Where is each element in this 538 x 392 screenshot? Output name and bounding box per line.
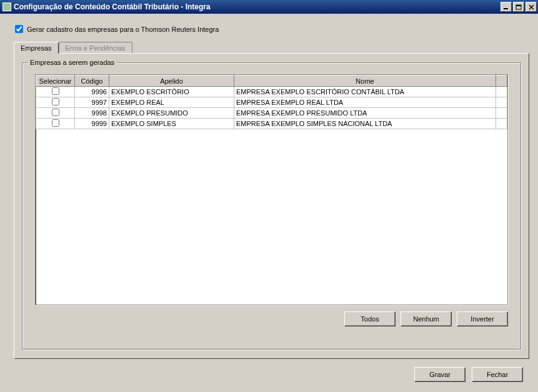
row-nome: EMPRESA EXEMPLO ESCRITÓRIO CONTÁBIL LTDA [234,87,496,97]
svg-rect-0 [504,8,508,9]
col-header-codigo[interactable]: Código [75,76,109,87]
generate-checkbox-row: Gerar cadastro das empresas para o Thoms… [15,25,527,33]
row-select-checkbox[interactable] [52,87,59,95]
table-row[interactable]: 9996EXEMPLO ESCRITÓRIOEMPRESA EXEMPLO ES… [36,87,507,97]
minimize-button[interactable] [501,2,512,12]
window-title: Configuração de Conteúdo Contábil Tribut… [14,2,499,11]
title-bar: Configuração de Conteúdo Contábil Tribut… [0,0,538,14]
groupbox-title: Empresas a serem geradas [27,59,117,66]
row-apelido: EXEMPLO ESCRITÓRIO [109,87,234,97]
svg-rect-2 [516,5,521,6]
row-apelido: EXEMPLO SIMPLES [109,119,234,129]
row-codigo: 9997 [75,97,109,108]
col-header-apelido[interactable]: Apelido [109,76,234,87]
inverter-button[interactable]: Inverter [457,311,508,326]
row-select-checkbox[interactable] [52,98,59,105]
table-row[interactable]: 9997EXEMPLO REALEMPRESA EXEMPLO REAL LTD… [36,97,507,108]
footer-button-row: Gravar Fechar [414,367,523,382]
row-extra [496,108,507,119]
todos-button[interactable]: Todos [344,311,396,326]
row-extra [496,87,507,97]
row-codigo: 9999 [75,119,109,129]
row-select-cell[interactable] [36,108,75,119]
tab-empresas[interactable]: Empresas [14,42,59,54]
selection-button-row: Todos Nenhum Inverter [29,305,514,326]
row-extra [496,97,507,108]
generate-checkbox-label: Gerar cadastro das empresas para o Thoms… [27,26,219,33]
app-icon [2,2,11,11]
generate-checkbox[interactable] [15,25,23,33]
col-header-nome[interactable]: Nome [234,76,496,87]
tab-panel-empresas: Empresas a serem geradas Selecionar Códi… [14,53,529,359]
row-nome: EMPRESA EXEMPLO PRESUMIDO LTDA [234,108,496,119]
groupbox-empresas: Empresas a serem geradas Selecionar Códi… [22,62,521,350]
table-row[interactable]: 9999EXEMPLO SIMPLESEMPRESA EXEMPLO SIMPL… [36,119,507,129]
row-select-cell[interactable] [36,87,75,97]
row-select-cell[interactable] [36,97,75,108]
row-apelido: EXEMPLO PRESUMIDO [109,108,234,119]
nenhum-button[interactable]: Nenhum [401,311,452,326]
maximize-button[interactable] [513,2,524,12]
companies-grid[interactable]: Selecionar Código Apelido Nome 9996EXEMP… [35,74,508,305]
window-controls [499,2,537,12]
gravar-button[interactable]: Gravar [414,367,466,382]
tab-erros[interactable]: Erros e Pendências [59,42,132,54]
tab-container: Empresas Erros e Pendências Empresas a s… [14,41,529,359]
close-button[interactable] [526,2,537,12]
col-header-selecionar[interactable]: Selecionar [36,76,75,87]
row-codigo: 9998 [75,108,109,119]
row-codigo: 9996 [75,87,109,97]
fechar-button[interactable]: Fechar [472,367,523,382]
row-select-cell[interactable] [36,119,75,129]
grid-header-row: Selecionar Código Apelido Nome [36,76,507,87]
row-extra [496,119,507,129]
dialog-body: Gerar cadastro das empresas para o Thoms… [0,14,538,392]
tab-strip: Empresas Erros e Pendências [14,41,529,54]
row-select-checkbox[interactable] [52,109,59,116]
row-apelido: EXEMPLO REAL [109,97,234,108]
col-header-extra[interactable] [496,76,507,87]
row-nome: EMPRESA EXEMPLO SIMPLES NACIONAL LTDA [234,119,496,129]
row-nome: EMPRESA EXEMPLO REAL LTDA [234,97,496,108]
row-select-checkbox[interactable] [52,119,59,127]
table-row[interactable]: 9998EXEMPLO PRESUMIDOEMPRESA EXEMPLO PRE… [36,108,507,119]
